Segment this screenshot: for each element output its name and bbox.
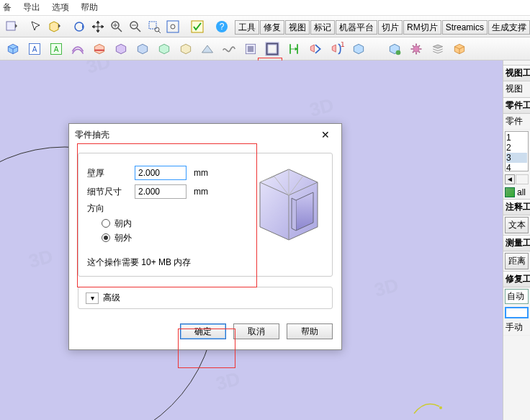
radio-label: 朝内 [114,218,132,230]
menu-item-export[interactable]: 导出 [23,1,40,14]
section-icon[interactable] [241,39,261,59]
text-a2-icon[interactable]: A [46,39,66,59]
memory-note: 这个操作需要 10+ MB 内存 [87,256,323,269]
rotate3d-icon[interactable]: 1z [327,39,347,59]
cancel-button[interactable]: 取消 [233,323,279,339]
svg-rect-0 [6,22,15,30]
section-fix: 修复工 [503,271,530,287]
shell-dialog: 零件抽壳 ✕ 壁厚 mm 细节尺寸 mm 方向 朝内 [68,123,342,350]
cube-icon[interactable] [3,39,23,59]
wave-icon[interactable] [219,39,239,59]
fold-icon[interactable] [197,39,217,59]
fix-mode-select[interactable]: 自动 [505,289,529,304]
box3-icon[interactable] [154,39,174,59]
radio-icon [102,219,110,228]
text-a-icon[interactable]: A [24,39,45,59]
svg-point-7 [171,24,175,29]
params-panel: 壁厚 mm 细节尺寸 mm 方向 朝内 朝外 这个操作需要 1 [78,153,333,277]
side-panel: 视图工 视图 零件工 零件 1 2 3 4 ◄ all 注释工 文本 测量工 距… [503,61,530,420]
zoom-fit-icon[interactable] [164,18,181,35]
section-measure: 测量工 [503,235,530,251]
box2-icon[interactable] [132,39,153,59]
menu-item-help[interactable]: 帮助 [81,1,98,14]
layers-icon[interactable] [428,39,448,59]
svg-rect-6 [167,21,179,32]
list-item[interactable]: 2 [506,143,527,153]
list-item[interactable]: 4 [506,163,527,173]
zoom-window-icon[interactable] [145,18,163,35]
detail-size-label: 细节尺寸 [87,186,127,198]
surface-icon[interactable] [68,39,88,59]
radio-label: 朝外 [114,232,132,244]
advanced-label: 高级 [103,292,120,304]
part-list[interactable]: 1 2 3 4 [505,131,529,171]
list-item[interactable]: 3 [506,153,527,163]
menu-item-prepare[interactable]: 备 [3,1,12,14]
help-icon[interactable]: ? [213,18,230,35]
align-icon[interactable] [284,39,304,59]
rotate-icon[interactable] [71,18,88,35]
svg-rect-17 [248,45,253,51]
text-annotation-button[interactable]: 文本 [505,217,529,233]
svg-point-22 [413,45,419,51]
svg-text:1z: 1z [341,42,344,48]
tab-streamics[interactable]: Streamics [442,20,488,35]
section-view: 视图工 [503,65,530,81]
help-button[interactable]: 帮助 [287,323,333,339]
color-cube-icon[interactable] [449,39,470,59]
cut-icon[interactable] [89,39,109,59]
svg-text:A: A [54,45,59,53]
gear-icon[interactable] [406,39,426,59]
box-dropdown-icon[interactable] [46,18,63,35]
close-icon[interactable]: ✕ [315,128,336,142]
tab-rmslice[interactable]: RM切片 [403,20,441,35]
list-item[interactable]: 1 [506,133,527,143]
wall-thickness-label: 壁厚 [87,167,127,179]
svg-text:A: A [32,45,37,53]
unit-label: mm [194,187,215,197]
svg-rect-4 [149,22,156,29]
tool1-icon[interactable] [349,39,369,59]
shell-icon[interactable] [262,39,282,59]
cursor-icon[interactable] [27,18,45,35]
unit-label: mm [194,168,215,178]
zoom-out-icon[interactable] [127,18,144,35]
pan-icon[interactable] [89,18,107,35]
scroll-left-icon[interactable]: ◄ [505,174,515,184]
history-dropdown[interactable] [3,18,20,35]
blue-indicator [505,307,529,318]
detail-size-input[interactable] [135,184,187,199]
menu-item-options[interactable]: 选项 [52,1,69,14]
toolbar-top: ? 工具 修复 视图 标记 机器平台 切片 RM切片 Streamics 生成支… [0,16,530,37]
menu-bar: 备 导出 选项 帮助 [0,0,530,16]
move-icon[interactable] [305,39,325,59]
tab-tools[interactable]: 工具 [235,20,259,35]
tab-view[interactable]: 视图 [285,20,310,35]
box1-icon[interactable] [111,39,131,59]
tool2-icon[interactable] [385,39,405,59]
ok-button[interactable]: 确定 [180,323,226,339]
svg-rect-18 [267,43,278,54]
tab-fix[interactable]: 修复 [260,20,284,35]
tab-support[interactable]: 生成支撑 [488,20,530,35]
row-part[interactable]: 零件 [503,114,530,130]
dialog-title: 零件抽壳 [75,129,109,141]
svg-rect-19 [267,43,278,54]
preview-icon [247,161,325,246]
tab-slice[interactable]: 切片 [378,20,403,35]
manual-row[interactable]: 手动 [503,320,530,336]
row-view[interactable]: 视图 [503,81,530,97]
all-parts[interactable]: all [503,186,530,199]
check-icon[interactable] [189,18,206,35]
section-part: 零件工 [503,97,530,114]
tab-mark[interactable]: 标记 [310,20,335,35]
box4-icon[interactable] [176,39,196,59]
ribbon-tabs: 工具 修复 视图 标记 机器平台 切片 RM切片 Streamics 生成支撑 [235,19,530,35]
wall-thickness-input[interactable] [135,166,187,180]
advanced-toggle[interactable]: ▾ 高级 [78,287,333,309]
zoom-in-icon[interactable] [108,18,125,35]
section-annotation: 注释工 [503,199,530,215]
tab-platform[interactable]: 机器平台 [336,20,377,35]
distance-button[interactable]: 距离 [505,253,529,269]
cube-icon [505,187,515,197]
